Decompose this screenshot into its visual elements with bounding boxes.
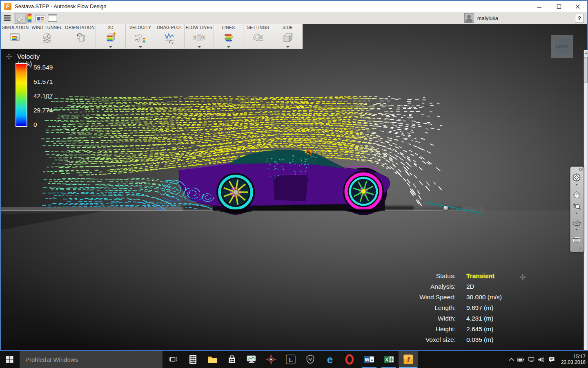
ribbon-group-drag-plot[interactable]: DRAG PLOTCd (155, 24, 185, 49)
zoom-button[interactable] (572, 202, 581, 212)
settings-icon (251, 31, 265, 45)
ribbon-group-settings[interactable]: SETTINGS (243, 24, 273, 49)
view-cube-face-label: LEFT (555, 39, 570, 54)
rewind-button[interactable] (572, 235, 581, 245)
taskbar-app-edge[interactable]: e (320, 351, 340, 368)
legend-tick: 51.571 (33, 78, 53, 85)
user-name: malyluka (477, 15, 498, 21)
ribbon-group-wind-tunnel[interactable]: WIND TUNNEL (30, 24, 64, 49)
pan-button[interactable] (572, 190, 581, 200)
status-row: Voxel size:0.035 (m) (401, 336, 528, 347)
vertical-scrollbar[interactable] (584, 50, 588, 350)
taskbar-app-opera[interactable] (340, 351, 359, 368)
status-label: Analysis: (401, 283, 456, 290)
game-darts-icon (265, 354, 277, 365)
status-row: Analysis:2D (401, 283, 528, 294)
ribbon-group-simulation[interactable]: SIMULATION (1, 24, 30, 49)
ribbon-group-label: FLOW LINES (185, 25, 214, 30)
side-icon (281, 31, 295, 45)
status-label: Wind Speed: (401, 294, 456, 301)
ribbon-group-lines-dropdown-arrow[interactable] (227, 46, 230, 48)
taskbar-app-game-darts[interactable] (261, 351, 281, 368)
ribbon-group-flow-lines[interactable]: FLOW LINES (185, 24, 214, 49)
status-move-handle[interactable] (519, 274, 526, 280)
two-d-icon (104, 31, 118, 45)
task-view-button[interactable] (163, 351, 182, 368)
navbar-close-icon[interactable] (579, 167, 583, 172)
quickbar-appearance-button[interactable] (14, 13, 27, 24)
drag-plot-icon: Cd (163, 31, 177, 45)
ribbon-group-label: VELOCITY (126, 25, 155, 30)
svg-text:e: e (327, 354, 333, 365)
taskbar-app-excel[interactable]: X (379, 351, 399, 368)
help-button[interactable]: ? (575, 14, 584, 23)
ribbon-toolbar: SIMULATIONWIND TUNNELORIENTATION2DVELOCI… (1, 24, 303, 49)
taskbar-app-world-of-tanks[interactable] (301, 351, 320, 368)
svg-text:X: X (385, 357, 388, 363)
navbar-menu-icon[interactable] (578, 247, 583, 251)
status-value: 2.645 (m) (466, 325, 493, 333)
navbar-dropdown-arrow[interactable] (575, 184, 578, 186)
taskbar-search[interactable]: Prohledat Windows (20, 351, 163, 368)
window-title: Sestava.STEP - Autodesk Flow Design (15, 3, 106, 9)
ribbon-group-2d-dropdown-arrow[interactable] (109, 46, 112, 48)
taskbar-app-store[interactable] (222, 351, 242, 368)
taskbar-app-word[interactable]: W (359, 351, 379, 368)
status-row: Wind Speed:30.000 (m/s) (401, 294, 528, 304)
taskbar-app-calculator[interactable] (183, 351, 203, 368)
legend-tick: 59.549 (33, 64, 53, 71)
tray-battery[interactable] (515, 351, 526, 368)
world-of-tanks-icon (305, 354, 316, 365)
taskbar-app-flow-design[interactable]: f (399, 351, 418, 368)
legend-tick: 29.774 (33, 107, 53, 114)
desktop: F Sestava.STEP - Autodesk Flow Design ma… (0, 0, 588, 368)
quickbar-legend-toggle-button[interactable] (26, 13, 33, 23)
ribbon-group-orientation[interactable]: ORIENTATION (64, 24, 96, 49)
steering-wheel-button[interactable] (572, 173, 581, 182)
scroll-thumb[interactable] (584, 57, 588, 83)
user-account[interactable]: malyluka (464, 13, 498, 22)
ribbon-group-velocity[interactable]: VELOCITY (126, 24, 155, 49)
search-placeholder: Prohledat Windows (25, 356, 78, 363)
quickbar-app-menu-button[interactable] (2, 13, 12, 23)
rear-wheel (343, 171, 384, 212)
status-value: 30.000 (m/s) (466, 294, 502, 301)
svg-text:L: L (289, 357, 293, 363)
word-icon: W (363, 354, 375, 365)
status-value: 4.231 (m) (466, 315, 493, 322)
ribbon-group-side[interactable]: SIDE (273, 24, 303, 49)
close-button[interactable] (571, 2, 585, 11)
legend-move-handle[interactable] (6, 53, 12, 60)
taskbar-app-performance[interactable] (242, 351, 261, 368)
tray-volume[interactable] (536, 351, 546, 368)
view-cube[interactable]: LEFT (551, 35, 573, 58)
ribbon-group-lines[interactable]: LINES (214, 24, 243, 49)
quickbar-layout-button[interactable] (34, 13, 47, 23)
ribbon-group-velocity-dropdown-arrow[interactable] (139, 46, 142, 48)
orbit-button[interactable] (572, 218, 581, 228)
navigation-toolbar (570, 166, 584, 252)
status-label: Height: (401, 325, 456, 333)
minimize-button[interactable] (532, 2, 546, 11)
viewport[interactable]: Velocity (m/s) 59.54951.57142.10729.7740… (1, 24, 587, 350)
svg-text:W: W (365, 357, 370, 363)
status-value: 0.035 (m) (466, 336, 493, 343)
taskbar-app-file-explorer[interactable] (203, 351, 222, 368)
navbar-dropdown-arrow[interactable] (575, 213, 578, 214)
ribbon-group-2d[interactable]: 2D (96, 24, 126, 49)
calculator-icon (187, 354, 198, 365)
maximize-button[interactable] (552, 2, 566, 11)
scroll-up-arrow[interactable] (584, 51, 588, 56)
ribbon-group-side-dropdown-arrow[interactable] (286, 46, 290, 48)
taskbar-clock[interactable]: 15:17 22.03.2016 (553, 351, 586, 368)
clock-date: 22.03.2016 (561, 359, 586, 365)
tray-network[interactable] (526, 351, 537, 368)
start-button[interactable] (0, 351, 20, 368)
navbar-dropdown-arrow[interactable] (575, 229, 578, 231)
quickbar-new-window-button[interactable] (47, 13, 58, 23)
new-window-icon (48, 14, 57, 22)
quick-access-toolbar: malyluka ? (1, 12, 587, 24)
taskbar-app-league-of-legends[interactable]: L (281, 351, 301, 368)
status-row: Height:2.645 (m) (401, 325, 528, 336)
ribbon-group-flow-lines-dropdown-arrow[interactable] (198, 46, 201, 48)
